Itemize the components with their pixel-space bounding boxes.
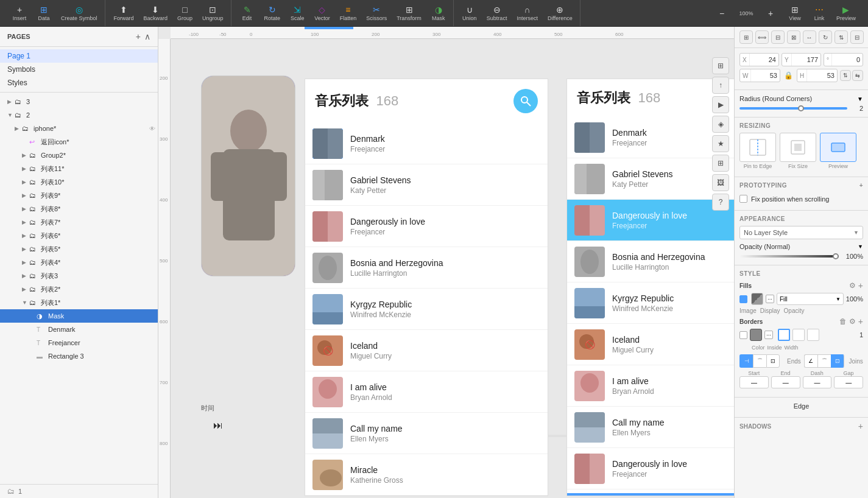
border-center-btn[interactable]	[778, 329, 790, 341]
difference-button[interactable]: ⊕ Difference	[544, 2, 576, 24]
inspector-icon-distribute[interactable]: ⟺	[755, 30, 769, 44]
layer-freejancer-text[interactable]: T Freejancer	[0, 336, 158, 349]
fix-size-btn[interactable]	[780, 133, 816, 162]
edit-button[interactable]: ✎ Edit	[236, 2, 258, 24]
song-callmy-right[interactable]: Call my name Ellen Myers	[567, 407, 734, 448]
song-dangerous-left[interactable]: Dangerously in love Freejancer	[305, 206, 548, 247]
canvas-area[interactable]: -100 -50 0 100 200 300 400 500 600 200 3…	[158, 27, 734, 498]
lock-ratio-icon[interactable]: 🔒	[783, 69, 794, 82]
borders-settings-btn[interactable]: ⚙	[849, 317, 856, 326]
layer-list2[interactable]: ▶ 🗂 列表2*	[0, 282, 158, 296]
inspector-icon-align[interactable]: ⊞	[739, 30, 753, 44]
song-denmark-right[interactable]: Denmark Freejancer	[567, 117, 734, 158]
inspector-icon-flip[interactable]: ↔	[803, 30, 816, 44]
layer-group-3[interactable]: ▶ 🗂 3	[0, 95, 158, 108]
inspector-icon-align2[interactable]: ⊠	[787, 30, 800, 44]
gap-input[interactable]: —	[834, 376, 863, 388]
preview-button[interactable]: ▶ Preview	[833, 2, 859, 24]
song-dangerous-right[interactable]: Dangerously in love Freejancer ⏸	[567, 200, 734, 241]
fill-type-select[interactable]: Fill ▼	[777, 293, 844, 305]
pin-to-edge-btn[interactable]	[739, 133, 776, 162]
inspector-icon-rotate[interactable]: ↻	[819, 30, 832, 44]
fill-swatch[interactable]	[751, 293, 763, 305]
layer-list3[interactable]: ▶ 🗂 列表3	[0, 269, 158, 282]
song-alive-left[interactable]: I am alive Bryan Arnold	[305, 371, 548, 413]
layer-iphone[interactable]: ▶ 🗂 iphone* 👁	[0, 122, 158, 135]
rotate-button[interactable]: ↻ Rotate	[261, 2, 284, 24]
layer-list1[interactable]: ▼ 🗂 列表1*	[0, 296, 158, 309]
scissors-button[interactable]: ✂ Scissors	[362, 2, 390, 24]
song-kyrgyz-right[interactable]: Kyrgyz Republic Winifred McKenzie	[567, 282, 734, 324]
flatten-button[interactable]: ≡ Flatten	[336, 2, 361, 24]
end-round-btn[interactable]: ⌒	[753, 354, 766, 368]
song-bosnia-left[interactable]: Bosnia and Herzegovina Lucille Harringto…	[305, 247, 548, 289]
canvas-icon-upload[interactable]: ↑	[712, 77, 729, 94]
join-miter-btn[interactable]: ∠	[804, 354, 817, 368]
canvas-icon-grid[interactable]: ⊞	[712, 155, 729, 172]
create-symbol-button[interactable]: ◎ Create Symbol	[57, 2, 101, 24]
insert-button[interactable]: + Insert	[9, 2, 30, 24]
intersect-button[interactable]: ∩ Intersect	[513, 2, 542, 24]
subtract-button[interactable]: ⊖ Subtract	[483, 2, 511, 24]
vector-button[interactable]: ◇ Vector	[311, 2, 334, 24]
dash-input[interactable]: —	[803, 376, 832, 388]
group-button[interactable]: □ Group	[174, 2, 196, 24]
page-item-styles[interactable]: Styles	[0, 76, 158, 89]
inspector-icon-spacing[interactable]: ⊟	[771, 30, 785, 44]
transform-button[interactable]: ⊞ Transform	[393, 2, 425, 24]
song-kyrgyz-left[interactable]: Kyrgyz Republic Winifred McKenzie	[305, 289, 548, 330]
layer-rectangle3[interactable]: ▬ Rectangle 3	[0, 349, 158, 363]
end-square-btn[interactable]: ⊡	[766, 354, 780, 368]
canvas-icon-component[interactable]: ◈	[712, 116, 729, 133]
borders-add-btn[interactable]: +	[858, 317, 863, 326]
layer-group-2[interactable]: ▼ 🗂 2	[0, 108, 158, 122]
start-input[interactable]: —	[739, 376, 769, 388]
mask-button[interactable]: ◑ Mask	[428, 2, 450, 24]
song-miracle-left[interactable]: Miracle Katherine Gross	[305, 454, 548, 496]
collapse-pages-button[interactable]: ∧	[144, 32, 150, 41]
border-outer-btn[interactable]	[807, 329, 819, 341]
opacity-down-btn[interactable]: ▼	[858, 244, 863, 250]
link-button[interactable]: ⋯ Link	[808, 2, 830, 24]
song-denmark-left[interactable]: Denmark Freejancer	[305, 123, 548, 164]
song-bosnia-right[interactable]: Bosnia and Herzegovina Lucille Harringto…	[567, 241, 734, 282]
song-callmy-left[interactable]: Call my name Ellen Myers	[305, 413, 548, 454]
border-checkbox[interactable]	[739, 331, 747, 339]
canvas-icon-image[interactable]: 🖼	[712, 174, 729, 191]
layer-list6[interactable]: ▶ 🗂 列表6*	[0, 229, 158, 242]
song-gabriel-left[interactable]: Gabriel Stevens Katy Petter	[305, 164, 548, 206]
union-button[interactable]: ∪ Union	[459, 2, 481, 24]
end-butt-btn[interactable]: ⊣	[739, 354, 753, 368]
preview-resize-btn[interactable]	[820, 133, 856, 162]
song-gabriel-right[interactable]: Gabriel Stevens Katy Petter	[567, 158, 734, 200]
inspector-icon-crop[interactable]: ⊟	[850, 30, 864, 44]
fill-checkbox[interactable]	[739, 295, 747, 303]
backward-button[interactable]: ⬇ Backward	[140, 2, 172, 24]
forward-button[interactable]: ⬆ Forward	[110, 2, 138, 24]
end-input[interactable]: —	[771, 376, 800, 388]
borders-delete-btn[interactable]: 🗑	[839, 317, 847, 326]
layer-list9[interactable]: ▶ 🗂 列表9*	[0, 189, 158, 202]
data-button[interactable]: ⊞ Data	[33, 2, 55, 24]
eye-icon[interactable]: 👁	[149, 125, 155, 132]
layer-list8[interactable]: ▶ 🗂 列表8*	[0, 202, 158, 216]
layer-style-select[interactable]: No Layer Style ▼	[739, 226, 863, 239]
align-h-icon[interactable]: ⇆	[852, 70, 863, 81]
zoom-level[interactable]: 100%	[735, 2, 757, 24]
layer-back-icon[interactable]: ↩ 返回icon*	[0, 135, 158, 149]
border-swatch[interactable]	[750, 329, 762, 341]
zoom-in-button[interactable]: +	[760, 2, 782, 24]
layer-group2[interactable]: ▶ 🗂 Group2*	[0, 149, 158, 162]
opacity-slider[interactable]	[739, 255, 839, 258]
border-inner-btn[interactable]	[792, 329, 805, 341]
fills-add-btn[interactable]: +	[858, 281, 863, 290]
ungroup-button[interactable]: ⊡ Ungroup	[199, 2, 227, 24]
canvas-icon-help[interactable]: ?	[712, 194, 729, 211]
inspector-icon-mirror[interactable]: ⇅	[834, 30, 848, 44]
layer-mask[interactable]: ◑ Mask	[0, 309, 158, 323]
search-button-left[interactable]	[513, 89, 538, 113]
radius-down-btn[interactable]: ▼	[857, 96, 863, 102]
layer-list5[interactable]: ▶ 🗂 列表5*	[0, 242, 158, 256]
song-iceland-right[interactable]: 🚫 Iceland Miguel Curry	[567, 324, 734, 365]
song-alive-right[interactable]: I am alive Bryan Arnold	[567, 365, 734, 407]
